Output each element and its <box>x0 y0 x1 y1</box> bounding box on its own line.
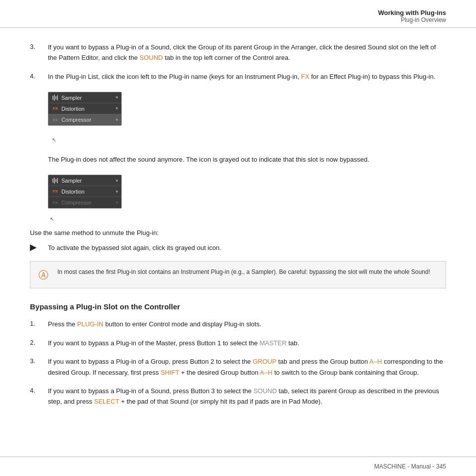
page-header: Working with Plug-ins Plug-in Overview <box>0 0 476 28</box>
distortion-fx-icon-1: FX <box>50 105 60 112</box>
list-number-3: 3. <box>30 42 48 63</box>
plugin-row-sampler-2: Sampler ▾ <box>48 175 121 186</box>
page-footer: MASCHINE - Manual - 345 <box>0 457 476 476</box>
footer-text: MASCHINE - Manual - 345 <box>374 463 446 470</box>
list-item-4: 4. In the Plug-in List, click the icon l… <box>30 71 446 146</box>
compressor-arrow-2: ▾ <box>116 200 119 205</box>
sampler-name-1: Sampler <box>60 93 116 102</box>
controller-number-3: 3. <box>30 356 48 378</box>
plugin-row-compressor-2: FX Compressor ▾ <box>48 197 121 208</box>
arrow-list-item: ▶ To activate the bypassed slot again, c… <box>30 242 446 253</box>
cursor-indicator-2: ↖ <box>50 216 446 223</box>
svg-rect-1 <box>54 95 55 101</box>
controller-body-2: If you want to bypass a Plug-in of the M… <box>48 338 446 348</box>
compressor-arrow-1: ▾ <box>116 116 119 124</box>
group-tab-ref: GROUP <box>252 358 276 365</box>
controller-body-4: If you want to bypass a Plug-in of a Sou… <box>48 386 446 407</box>
sampler-arrow-2: ▾ <box>116 178 119 183</box>
warning-icon: Ⓐ <box>38 268 50 282</box>
controller-item-3: 3. If you want to bypass a Plug-in of a … <box>30 356 446 378</box>
controller-body-1: Press the PLUG-IN button to enter Contro… <box>48 319 446 329</box>
compressor-name-2: Compressor <box>60 200 116 206</box>
distortion-arrow-1: ▾ <box>116 105 119 112</box>
sampler-icon-2 <box>50 177 60 184</box>
svg-rect-0 <box>52 96 53 100</box>
svg-rect-2 <box>55 96 56 99</box>
plugin-row-distortion-2: FX Distortion ▾ <box>48 186 121 197</box>
shift-ref: SHIFT <box>161 369 179 376</box>
distortion-name-2: Distortion <box>60 189 116 195</box>
controller-item-2: 2. If you want to bypass a Plug-in of th… <box>30 338 446 348</box>
sampler-name-2: Sampler <box>60 178 116 184</box>
compressor-fx-icon-1: FX <box>50 117 60 123</box>
unmute-text: Use the same method to unmute the Plug-i… <box>30 228 446 238</box>
svg-rect-3 <box>57 95 58 100</box>
select-ref: SELECT <box>94 398 119 405</box>
list-item-3: 3. If you want to bypass a Plug-in of a … <box>30 42 446 63</box>
list-body-4: In the Plug-in List, click the icon left… <box>48 71 446 146</box>
compressor-name-1: Compressor <box>60 115 116 124</box>
section-heading: Bypassing a Plug-in Slot on the Controll… <box>30 302 446 311</box>
plugin-list-image-2: Sampler ▾ FX Distortion ▾ FX Compressor … <box>48 175 122 209</box>
plugin-list-image-1: Sampler ▾ FX Distortion ▾ FX Compresso <box>48 92 122 126</box>
ah-ref-2: A–H <box>260 369 272 376</box>
sound-tab-ref: SOUND <box>140 54 163 61</box>
list-body-3: If you want to bypass a Plug-in of a Sou… <box>48 42 446 63</box>
controller-body-3: If you want to bypass a Plug-in of a Gro… <box>48 356 446 378</box>
distortion-fx-icon-2: FX <box>50 189 60 194</box>
main-content: 3. If you want to bypass a Plug-in of a … <box>0 28 476 435</box>
plugin-in-ref: PLUG-IN <box>77 320 104 328</box>
sampler-icon-1 <box>50 94 60 101</box>
distortion-arrow-2: ▾ <box>116 189 119 194</box>
compressor-fx-icon-2: FX <box>50 201 60 205</box>
fx-ref: FX <box>301 73 309 80</box>
page: Working with Plug-ins Plug-in Overview 3… <box>0 0 476 476</box>
controller-item-4: 4. If you want to bypass a Plug-in of a … <box>30 386 446 407</box>
arrow-item-text: To activate the bypassed slot again, cli… <box>48 242 222 253</box>
header-title: Working with Plug-ins <box>30 9 446 16</box>
plugin-row-sampler-1: Sampler ▾ <box>48 92 121 103</box>
arrow-bullet: ▶ <box>30 242 48 252</box>
sound-tab-ref-2: SOUND <box>253 387 277 395</box>
note-box: Ⓐ In most cases the first Plug-in slot c… <box>30 261 446 288</box>
controller-number-4: 4. <box>30 386 48 407</box>
svg-rect-6 <box>55 179 56 182</box>
ah-ref-1: A–H <box>369 358 382 365</box>
list-number-4: 4. <box>30 71 48 146</box>
controller-number-2: 2. <box>30 338 48 348</box>
plugin-row-compressor-1: FX Compressor ▾ <box>48 114 121 125</box>
sampler-arrow-1: ▾ <box>116 94 119 101</box>
plugin-row-distortion-1: FX Distortion ▾ <box>48 103 121 114</box>
header-subtitle: Plug-in Overview <box>30 16 446 23</box>
master-tab-ref: MASTER <box>259 339 286 347</box>
svg-rect-4 <box>52 179 53 183</box>
cursor-indicator-1: ↖ <box>52 135 446 144</box>
controller-item-1: 1. Press the PLUG-IN button to enter Con… <box>30 319 446 329</box>
svg-rect-5 <box>54 178 55 184</box>
note-text: In most cases the first Plug-in slot con… <box>57 267 430 277</box>
bypass-description: The Plug-in does not affect the sound an… <box>48 154 446 165</box>
distortion-name-1: Distortion <box>60 104 116 113</box>
svg-rect-7 <box>57 178 58 183</box>
controller-number-1: 1. <box>30 319 48 329</box>
